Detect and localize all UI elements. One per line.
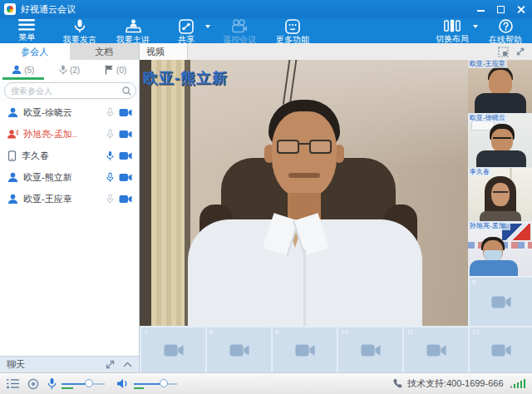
- close-button[interactable]: [517, 5, 525, 13]
- share-icon: [179, 19, 194, 33]
- thumbnail-name-label: 欧亚-徐晓云: [468, 114, 507, 122]
- chevron-down-icon: [205, 25, 210, 28]
- participant-row[interactable]: 欧亚-徐晓云: [0, 101, 139, 123]
- main-toolbar: 菜单 我要发言 我要主讲 共享 遥控会议 更多功能: [0, 18, 532, 43]
- tab-documents[interactable]: 文档: [70, 43, 140, 60]
- empty-video-slot[interactable]: 11: [402, 326, 468, 372]
- window-title: 好视通云会议: [21, 3, 76, 16]
- curtain: [151, 60, 185, 326]
- fullscreen-icon[interactable]: [515, 47, 525, 57]
- video-thumbnail[interactable]: 欧亚-徐晓云: [468, 114, 532, 168]
- empty-video-slot[interactable]: 9: [271, 326, 337, 372]
- search-input[interactable]: [9, 86, 122, 96]
- more-functions-icon: [285, 19, 300, 33]
- maximize-button[interactable]: [497, 5, 505, 13]
- empty-video-slot[interactable]: 12: [468, 326, 532, 372]
- online-help-button[interactable]: 在线帮助: [479, 18, 532, 43]
- support-phone-text: 技术支持:400-1699-666: [407, 377, 504, 390]
- person-icon: [12, 65, 22, 75]
- thumbnail-name-label: 欧亚-王应章: [468, 60, 507, 68]
- camera-settings-icon[interactable]: [27, 378, 39, 390]
- mic-off-icon[interactable]: [106, 194, 114, 204]
- main-speaker-video[interactable]: 欧亚-熊立新: [140, 60, 468, 326]
- phone-icon: [392, 378, 403, 389]
- camera-placeholder-icon: [294, 343, 316, 357]
- mic-on-icon[interactable]: [106, 172, 114, 183]
- search-row: [0, 80, 139, 101]
- video-thumbnail[interactable]: 李久春: [468, 168, 532, 222]
- status-bar: 技术支持:400-1699-666: [0, 372, 532, 394]
- speaker-volume-icon[interactable]: [116, 378, 129, 389]
- camera-on-icon[interactable]: [119, 151, 132, 160]
- mic-volume-icon[interactable]: [47, 377, 57, 390]
- share-button[interactable]: 共享: [160, 18, 213, 43]
- person-icon: [7, 172, 18, 183]
- mic-volume-slider[interactable]: [62, 378, 105, 390]
- sidebar-tabs: 参会人 文档: [0, 43, 139, 60]
- participant-row[interactable]: 欧亚-熊立新: [0, 166, 139, 188]
- speaker-shirt: [188, 219, 422, 326]
- filter-handsup[interactable]: (0): [92, 60, 139, 80]
- switch-layout-button[interactable]: 切换布局: [426, 18, 479, 43]
- speaker-glasses: [277, 140, 332, 155]
- person-icon: [7, 107, 18, 118]
- empty-video-slot[interactable]: 7: [140, 326, 205, 372]
- camera-placeholder-icon: [490, 343, 512, 357]
- camera-on-icon[interactable]: [119, 108, 132, 117]
- mic-off-icon[interactable]: [106, 129, 114, 140]
- more-features-button[interactable]: 更多功能: [266, 18, 319, 43]
- tab-video[interactable]: 视频: [140, 43, 188, 60]
- layout-columns-icon: [444, 19, 461, 32]
- speaker-name-overlay: 欧亚-熊立新: [143, 68, 228, 88]
- mobile-device-icon: [7, 150, 17, 161]
- request-speak-button[interactable]: 我要发言: [53, 18, 106, 43]
- title-bar: 好视通云会议: [0, 0, 532, 18]
- speaker-volume-slider[interactable]: [134, 378, 177, 390]
- remote-control-button: 遥控会议: [213, 18, 266, 43]
- popout-chat-icon[interactable]: [106, 360, 115, 369]
- empty-video-slot[interactable]: 6: [468, 276, 532, 326]
- mic-icon: [59, 65, 67, 75]
- request-present-button[interactable]: 我要主讲: [106, 18, 160, 43]
- video-thumbnail[interactable]: 欧亚-王应章: [468, 60, 532, 114]
- app-logo-icon: [4, 3, 16, 15]
- hamburger-icon: [18, 19, 35, 31]
- camera-placeholder-icon: [490, 295, 512, 309]
- speaker-face: [272, 111, 337, 198]
- camera-on-icon[interactable]: [119, 130, 132, 139]
- collapse-chat-icon[interactable]: [123, 362, 132, 367]
- mic-off-icon[interactable]: [106, 107, 114, 118]
- camera-on-icon[interactable]: [119, 173, 132, 182]
- camera-placeholder-icon: [229, 343, 250, 357]
- empty-video-slot[interactable]: 8: [205, 326, 271, 372]
- chat-header[interactable]: 聊天: [0, 356, 139, 372]
- filter-all[interactable]: (5): [0, 60, 47, 80]
- presenter-icon: [126, 19, 141, 33]
- person-speaking-icon: [7, 129, 18, 140]
- menu-button[interactable]: 菜单: [0, 18, 53, 43]
- video-stage: 欧亚-熊立新 欧亚-王应章 欧亚-徐晓云 李久春 孙旭亮-孟加.. 6 7 8 …: [140, 60, 532, 372]
- movie-camera-icon: [231, 19, 248, 33]
- person-icon: [7, 194, 18, 204]
- camera-placeholder-icon: [163, 343, 185, 357]
- minimize-button[interactable]: [477, 5, 485, 13]
- participant-row[interactable]: 李久春: [0, 145, 139, 166]
- video-thumbnail[interactable]: 孙旭亮-孟加..: [468, 222, 532, 276]
- participant-row[interactable]: 欧亚-王应章: [0, 188, 139, 209]
- camera-placeholder-icon: [360, 343, 382, 357]
- tab-participants[interactable]: 参会人: [0, 43, 70, 60]
- video-tab-bar: 视频: [140, 43, 532, 60]
- thumbnail-name-label: 李久春: [468, 168, 491, 176]
- help-icon: [499, 19, 513, 33]
- snapshot-icon[interactable]: [498, 47, 509, 57]
- subtitle-list-icon[interactable]: [7, 378, 19, 389]
- participant-row[interactable]: 孙旭亮-孟加..: [0, 123, 139, 145]
- empty-video-slot[interactable]: 10: [337, 326, 402, 372]
- curtain-shadow: [140, 60, 151, 326]
- mic-on-icon[interactable]: [106, 150, 114, 161]
- participant-filters: (5) (2) (0): [0, 60, 139, 81]
- search-icon: [122, 86, 131, 96]
- filter-speaking[interactable]: (2): [47, 60, 93, 80]
- network-signal-icon: [510, 379, 526, 388]
- camera-on-icon[interactable]: [119, 195, 132, 204]
